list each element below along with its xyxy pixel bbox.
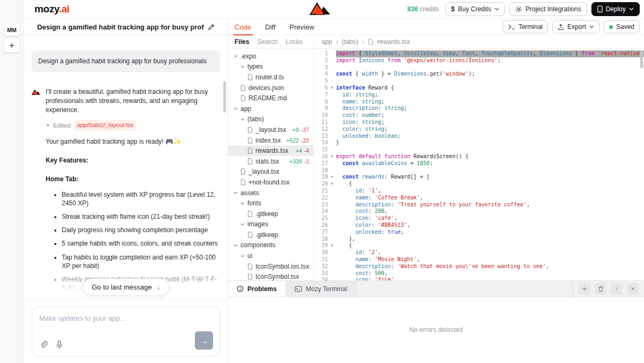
gear-icon — [515, 6, 522, 13]
code-line: 8 name: string; — [314, 99, 644, 106]
export-icon — [558, 24, 564, 31]
line-number: 3 — [314, 64, 328, 71]
deploy-label: Deploy — [606, 5, 626, 13]
line-number: 8 — [314, 99, 328, 106]
diff-stats: +4-4 — [296, 147, 309, 154]
fold-chevron-icon[interactable]: ▼ — [328, 242, 336, 249]
go-to-last-message-button[interactable]: Go to last message ↓ — [83, 278, 169, 296]
code-line: 25 icon: 'cafe', — [314, 215, 644, 222]
new-project-button[interactable]: + — [4, 39, 20, 53]
chat-scrollbar[interactable] — [223, 82, 226, 113]
tree-file-.gitkeep[interactable]: .gitkeep — [228, 229, 313, 240]
tree-label: .gitkeep — [255, 231, 278, 239]
tree-label: .gitkeep — [255, 210, 278, 218]
tree-file-_layout.tsx[interactable]: _layout.tsx+9-37 — [228, 124, 313, 135]
edited-file-row: Edited app/(tabs)/_layout.tsx — [47, 120, 220, 131]
project-integrations-button[interactable]: Project Integrations — [509, 2, 587, 16]
tree-folder-images[interactable]: images — [228, 219, 313, 230]
fold-chevron-icon[interactable]: ▼ — [328, 153, 336, 160]
tree-file-rewards.tsx[interactable]: rewards.tsx+4-4 — [228, 145, 313, 156]
editor-scrollbar[interactable] — [640, 50, 643, 68]
terminal-button[interactable]: Terminal — [503, 20, 548, 33]
chat-header: Design a gamified habit tracking app for… — [24, 19, 228, 35]
chevron-down-icon — [589, 25, 594, 28]
arrow-down-icon: ↓ — [157, 284, 160, 291]
explorer-tab-search[interactable]: Search — [257, 38, 277, 46]
feature-bullet: Streak tracking with flame icon (21-day … — [62, 212, 220, 221]
arrow-up-icon[interactable]: ↑ — [611, 283, 623, 295]
tab-diff[interactable]: Diff — [265, 19, 275, 35]
export-button[interactable]: Export — [552, 20, 599, 33]
brand-mountain-logo — [310, 2, 331, 18]
explorer-tab-locks[interactable]: Locks — [286, 38, 302, 46]
code-editor[interactable]: 1import { StyleSheet, ScrollView, View, … — [314, 49, 644, 280]
tree-label: router.d.ts — [255, 73, 284, 81]
tree-file-+not-found.tsx[interactable]: +not-found.tsx — [228, 177, 313, 188]
file-icon — [247, 263, 253, 270]
credits-display: 836 credits — [407, 5, 439, 13]
tree-file-IconSymbol.tsx[interactable]: IconSymbol.tsx — [228, 271, 313, 280]
tree-file-index.tsx[interactable]: index.tsx+522-32 — [228, 135, 313, 146]
edit-title-icon[interactable] — [208, 24, 215, 31]
tab-code[interactable]: Code — [235, 19, 251, 35]
tree-folder-(tabs)[interactable]: (tabs) — [228, 114, 313, 125]
tree-file-devices.json[interactable]: devices.json — [228, 83, 313, 93]
tree-folder-assets[interactable]: assets — [228, 188, 313, 198]
fold-gutter — [328, 208, 336, 215]
feature-bullet: Tap habits to toggle completion and earn… — [62, 253, 220, 270]
tab-mozy-terminal[interactable]: Mozy Terminal — [286, 281, 356, 297]
tree-folder-ui[interactable]: ui — [228, 250, 313, 261]
fold-gutter — [328, 167, 336, 174]
breadcrumb-segment[interactable]: (tabs) — [342, 38, 358, 46]
assistant-message: I'll create a beautiful, gamified habit … — [32, 87, 220, 299]
tree-file-stats.tsx[interactable]: stats.tsx+339-1 — [228, 156, 313, 167]
mic-icon[interactable] — [56, 340, 63, 350]
plus-icon[interactable]: + — [579, 283, 590, 295]
line-number: 31 — [314, 256, 328, 263]
chat-input[interactable]: Make updates to your app... → — [32, 307, 220, 357]
top-bar: mozy.ai 836 credits $ Buy Credits Projec… — [0, 0, 644, 19]
tree-file-README.md[interactable]: README.md — [228, 93, 313, 103]
fold-gutter — [328, 229, 336, 236]
breadcrumb-segment[interactable]: app — [321, 38, 332, 46]
tree-file-IconSymbol.ios.tsx[interactable]: IconSymbol.ios.tsx — [228, 261, 313, 272]
code-line: 26 color: '#8B4513', — [314, 222, 644, 229]
explorer-tab-files[interactable]: Files — [235, 38, 249, 46]
mozy-terminal-label: Mozy Terminal — [306, 285, 347, 293]
tab-problems[interactable]: Problems — [228, 281, 286, 297]
deploy-button[interactable]: Deploy — [591, 2, 640, 16]
file-icon — [247, 232, 253, 238]
tree-folder-types[interactable]: types — [228, 62, 313, 72]
explorer-bar: FilesSearchLocks app›(tabs)›rewards.tsx — [228, 35, 644, 49]
tree-folder-app[interactable]: app — [228, 103, 313, 114]
fold-chevron-icon[interactable]: ▼ — [328, 174, 336, 181]
edited-file-link[interactable]: app/(tabs)/_layout.tsx — [75, 120, 136, 131]
tree-folder-.expo[interactable]: .expo — [228, 51, 313, 62]
diff-stats: +9-37 — [292, 127, 309, 133]
line-number: 22 — [314, 195, 328, 202]
fold-gutter — [328, 92, 336, 99]
tree-file-_layout.tsx[interactable]: _layout.tsx — [228, 167, 313, 177]
attach-icon[interactable] — [39, 340, 48, 350]
saved-status-button[interactable]: Saved — [604, 20, 640, 33]
fold-chevron-icon[interactable]: ▼ — [328, 181, 336, 188]
line-number: 10 — [314, 112, 328, 119]
buy-credits-button[interactable]: $ Buy Credits — [445, 2, 506, 16]
line-number: 34 — [314, 277, 328, 280]
file-icon — [240, 179, 246, 186]
fold-chevron-icon[interactable]: ▼ — [328, 85, 336, 92]
fold-gutter — [328, 215, 336, 222]
tree-file-.gitkeep[interactable]: .gitkeep — [228, 209, 313, 219]
send-button[interactable]: → — [195, 331, 213, 350]
tree-folder-fonts[interactable]: fonts — [228, 198, 313, 209]
tree-label: README.md — [248, 94, 287, 102]
breadcrumb-segment[interactable]: rewards.tsx — [377, 38, 410, 46]
trash-icon[interactable] — [595, 283, 606, 295]
fold-gutter — [328, 160, 336, 167]
tree-folder-components[interactable]: components — [228, 240, 313, 251]
tree-file-router.d.ts[interactable]: router.d.ts — [228, 72, 313, 83]
close-icon[interactable]: × — [627, 283, 639, 295]
tab-preview[interactable]: Preview — [289, 19, 314, 35]
project-avatar[interactable]: MM — [4, 24, 20, 36]
app-logo[interactable]: mozy.ai — [34, 3, 70, 15]
